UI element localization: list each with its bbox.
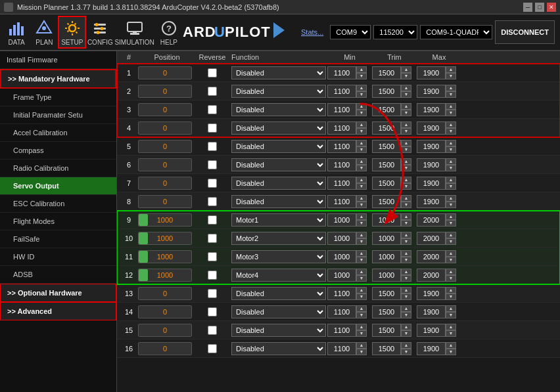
- row4-function-select[interactable]: Disabled: [231, 121, 326, 135]
- row3-reverse-check[interactable]: [208, 105, 217, 114]
- row1-trim-val[interactable]: [372, 66, 401, 79]
- row4-reverse-check[interactable]: [208, 123, 217, 133]
- row10-reverse-check[interactable]: [208, 234, 217, 243]
- row1-max-val[interactable]: [417, 66, 446, 79]
- servo-row-9: 9 1000 Motor1Disabled ▲▼ ▲▼ ▲▼: [117, 211, 560, 229]
- row1-trim-dn[interactable]: ▼: [401, 73, 411, 79]
- row16-reverse-check[interactable]: [208, 344, 217, 353]
- profile-select[interactable]: COM9-1-QUADROTOR: [420, 25, 492, 39]
- servo-row-15: 15 0 Disabled ▲▼ ▲▼ ▲▼: [117, 321, 560, 339]
- sidebar-item-optional-hardware[interactable]: >> Optional Hardware: [0, 284, 116, 302]
- row1-min-up[interactable]: ▲: [356, 66, 367, 73]
- row1-func[interactable]: DisabledMotor1Motor2: [229, 66, 327, 79]
- row1-max-up[interactable]: ▲: [446, 66, 456, 73]
- row12-function-select[interactable]: Motor4Disabled: [231, 269, 326, 282]
- toolbar-config-btn[interactable]: CONFIG: [86, 16, 114, 49]
- servo-row-2: 2 0 DisabledMotor1 ▲▼ ▲▼ ▲▼: [117, 82, 560, 100]
- sidebar-item-mandatory-hardware[interactable]: >> Mandatory Hardware: [0, 69, 116, 89]
- sidebar-item-frame-type[interactable]: Frame Type: [0, 89, 116, 106]
- row5-function-select[interactable]: Disabled: [231, 140, 326, 153]
- rows-1-4-group: 1 0 DisabledMotor1Motor2 ▲▼ ▲▼ ▲▼: [117, 64, 560, 137]
- sidebar-item-install-firmware[interactable]: Install Firmware: [0, 51, 116, 69]
- title-bar: Mission Planner 1.3.77 build 1.3.8110.38…: [0, 0, 560, 14]
- row11-reverse-check[interactable]: [208, 252, 217, 261]
- row8-function-select[interactable]: Disabled: [231, 195, 326, 208]
- row15-function-select[interactable]: Disabled: [231, 324, 326, 337]
- row1-function-select[interactable]: DisabledMotor1Motor2: [231, 66, 326, 79]
- disconnect-button[interactable]: DISCONNECT: [495, 20, 555, 44]
- row2-min-val[interactable]: [327, 85, 356, 98]
- row7-reverse-check[interactable]: [208, 179, 217, 188]
- baud-rate-select[interactable]: 115200: [373, 25, 417, 39]
- row16-function-select[interactable]: Disabled: [231, 342, 326, 355]
- row10-function-select[interactable]: Motor2Disabled: [231, 232, 326, 245]
- row1-max-dn[interactable]: ▼: [446, 73, 456, 79]
- svg-rect-8: [94, 28, 106, 30]
- svg-point-11: [101, 27, 104, 30]
- header-trim: Trim: [372, 53, 417, 61]
- logo-area: ARD U PILOT: [183, 17, 301, 47]
- toolbar-data-btn[interactable]: DATA: [3, 16, 30, 49]
- svg-rect-3: [21, 26, 24, 35]
- row14-function-select[interactable]: Disabled: [231, 305, 326, 318]
- stats-link[interactable]: Stats...: [301, 28, 323, 36]
- sidebar-item-servo-output[interactable]: Servo Output: [0, 177, 116, 195]
- row1-min-val[interactable]: [327, 66, 356, 79]
- sidebar-item-failsafe[interactable]: FailSafe: [0, 230, 116, 248]
- row5-reverse-check[interactable]: [208, 142, 217, 151]
- sidebar-item-hw-id[interactable]: HW ID: [0, 248, 116, 266]
- sidebar: Install Firmware >> Mandatory Hardware F…: [0, 51, 117, 392]
- toolbar-setup-btn[interactable]: SETUP: [58, 16, 86, 49]
- row7-function-select[interactable]: Disabled: [231, 177, 326, 190]
- plan-label: PLAN: [35, 39, 53, 46]
- row3-function-select[interactable]: Disabled: [231, 103, 326, 116]
- row13-function-select[interactable]: Disabled: [231, 287, 326, 300]
- row6-function-select[interactable]: Disabled: [231, 158, 326, 171]
- row2-max-val[interactable]: [417, 85, 446, 98]
- sidebar-item-advanced[interactable]: >> Advanced: [0, 302, 116, 320]
- main-area: Install Firmware >> Mandatory Hardware F…: [0, 51, 560, 392]
- minimize-button[interactable]: ─: [523, 3, 532, 12]
- svg-rect-0: [9, 29, 12, 35]
- servo-row-12: 12 1000 Motor4Disabled ▲▼ ▲▼ ▲▼: [117, 266, 560, 284]
- header-num: #: [120, 53, 138, 61]
- row1-rev[interactable]: [196, 68, 229, 77]
- row2-function-select[interactable]: DisabledMotor1: [231, 85, 326, 98]
- row1-reverse-check[interactable]: [208, 68, 217, 77]
- servo-row-7: 7 0 Disabled ▲▼ ▲▼ ▲▼: [117, 174, 560, 192]
- row6-reverse-check[interactable]: [208, 160, 217, 169]
- toolbar-help-btn[interactable]: ? HELP: [155, 16, 183, 49]
- row15-reverse-check[interactable]: [208, 326, 217, 335]
- row8-reverse-check[interactable]: [208, 197, 217, 206]
- row9-reverse-check[interactable]: [208, 215, 217, 225]
- header-function: Function: [229, 53, 327, 61]
- close-button[interactable]: ✕: [547, 3, 556, 12]
- com-port-select[interactable]: COM9: [330, 25, 371, 39]
- maximize-button[interactable]: □: [535, 3, 544, 12]
- sidebar-item-compass[interactable]: Compass: [0, 142, 116, 160]
- row1-trim-up[interactable]: ▲: [401, 66, 411, 73]
- sidebar-item-radio-calibration[interactable]: Radio Calibration: [0, 160, 116, 177]
- simulation-icon: [126, 19, 144, 37]
- sidebar-item-initial-param[interactable]: Initial Paramater Setu: [0, 106, 116, 124]
- toolbar-simulation-btn[interactable]: SIMULATION: [114, 16, 154, 49]
- row12-reverse-check[interactable]: [208, 271, 217, 280]
- servo-row-13: 13 0 Disabled ▲▼ ▲▼ ▲▼: [117, 284, 560, 303]
- app-icon: [4, 3, 13, 12]
- row2-reverse-check[interactable]: [208, 87, 217, 96]
- svg-text:U: U: [214, 24, 225, 40]
- sidebar-item-accel-calibration[interactable]: Accel Calibration: [0, 124, 116, 142]
- plan-icon: [35, 19, 53, 37]
- row11-function-select[interactable]: Motor3Disabled: [231, 250, 326, 263]
- sidebar-item-adsb[interactable]: ADSB: [0, 266, 116, 284]
- row14-reverse-check[interactable]: [208, 307, 217, 316]
- help-label: HELP: [160, 39, 177, 46]
- row1-min-dn[interactable]: ▼: [356, 73, 367, 79]
- toolbar-plan-btn[interactable]: PLAN: [30, 16, 58, 49]
- sidebar-item-esc-calibration[interactable]: ESC Calibration: [0, 195, 116, 213]
- sidebar-item-flight-modes[interactable]: Flight Modes: [0, 213, 116, 230]
- row9-function-select[interactable]: Motor1Disabled: [231, 213, 326, 227]
- row13-reverse-check[interactable]: [208, 289, 217, 298]
- config-icon: [91, 19, 109, 37]
- row2-trim-val[interactable]: [372, 85, 401, 98]
